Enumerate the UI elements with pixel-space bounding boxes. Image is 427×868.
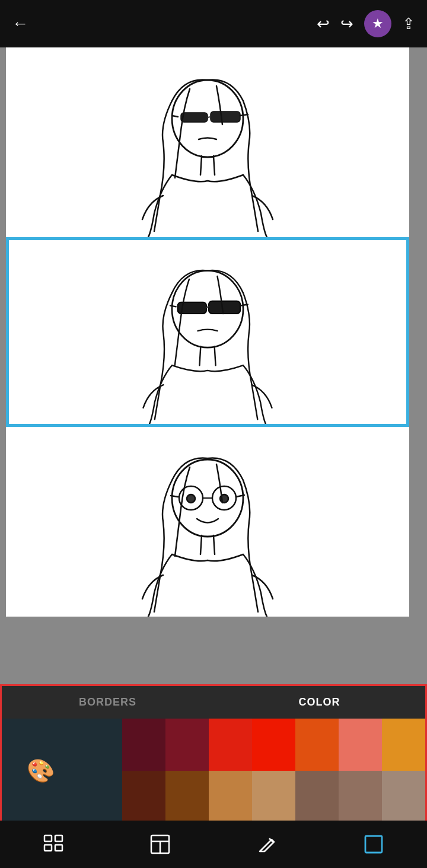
color-cell-12[interactable]: [252, 771, 295, 823]
svg-rect-28: [44, 845, 52, 851]
frames-button[interactable]: [39, 829, 68, 859]
top-bar-left: ←: [12, 15, 28, 32]
svg-line-3: [208, 117, 211, 117]
svg-line-5: [240, 114, 248, 116]
svg-line-7: [214, 156, 215, 175]
tab-borders[interactable]: BORDERS: [2, 686, 214, 719]
color-grid: [79, 719, 425, 822]
svg-line-4: [172, 116, 178, 117]
color-cell-14[interactable]: [339, 771, 382, 823]
color-cell-0[interactable]: [79, 719, 122, 771]
top-bar: ← ↩ ↪ ★ ⇪: [0, 0, 427, 47]
color-cell-4[interactable]: [252, 719, 295, 771]
border-button[interactable]: [359, 829, 388, 859]
svg-line-6: [200, 156, 202, 175]
svg-rect-29: [55, 845, 62, 851]
canvas-area: [0, 47, 427, 732]
color-cell-10[interactable]: [165, 771, 209, 823]
palette-icon-cell[interactable]: 🎨: [2, 719, 79, 822]
svg-point-22: [187, 494, 195, 503]
color-grid-area: 🎨: [2, 719, 425, 822]
layout-button[interactable]: [145, 829, 175, 859]
bottom-toolbar: [0, 821, 427, 868]
svg-rect-26: [44, 835, 52, 841]
star-icon: ★: [372, 16, 384, 31]
bottom-panel: BORDERS COLOR 🎨: [0, 684, 427, 821]
back-button[interactable]: ←: [12, 15, 28, 32]
svg-rect-10: [209, 301, 240, 314]
palette-icon: 🎨: [27, 758, 55, 784]
tab-color[interactable]: COLOR: [214, 686, 425, 719]
svg-rect-1: [181, 113, 208, 122]
undo-button[interactable]: ↩: [317, 16, 330, 31]
svg-line-15: [215, 346, 216, 365]
color-cell-11[interactable]: [209, 771, 252, 823]
svg-line-14: [199, 346, 200, 365]
frame-1[interactable]: [6, 47, 409, 237]
frames-container: [6, 47, 421, 617]
color-cell-5[interactable]: [295, 719, 339, 771]
svg-rect-27: [55, 835, 62, 841]
svg-rect-34: [365, 836, 382, 853]
svg-line-11: [206, 307, 209, 307]
star-button[interactable]: ★: [364, 10, 391, 37]
color-cell-3[interactable]: [209, 719, 252, 771]
share-button[interactable]: ⇪: [402, 16, 415, 31]
color-cell-6[interactable]: [339, 719, 382, 771]
panel-tabs: BORDERS COLOR: [2, 686, 425, 719]
pencil-button[interactable]: [252, 829, 282, 859]
color-cell-7[interactable]: [382, 719, 425, 771]
svg-line-24: [200, 535, 202, 554]
color-cell-9[interactable]: [122, 771, 165, 823]
color-cell-8[interactable]: [79, 771, 122, 823]
frame-2[interactable]: [6, 237, 409, 427]
redo-button[interactable]: ↪: [340, 16, 353, 31]
svg-line-12: [170, 305, 176, 307]
color-cell-2[interactable]: [165, 719, 209, 771]
svg-line-25: [214, 535, 215, 554]
color-cell-13[interactable]: [295, 771, 339, 823]
color-cell-15[interactable]: [382, 771, 425, 823]
frame-3[interactable]: [6, 427, 409, 617]
svg-rect-2: [211, 111, 240, 122]
top-bar-right: ↩ ↪ ★ ⇪: [317, 10, 415, 37]
color-cell-1[interactable]: [122, 719, 165, 771]
